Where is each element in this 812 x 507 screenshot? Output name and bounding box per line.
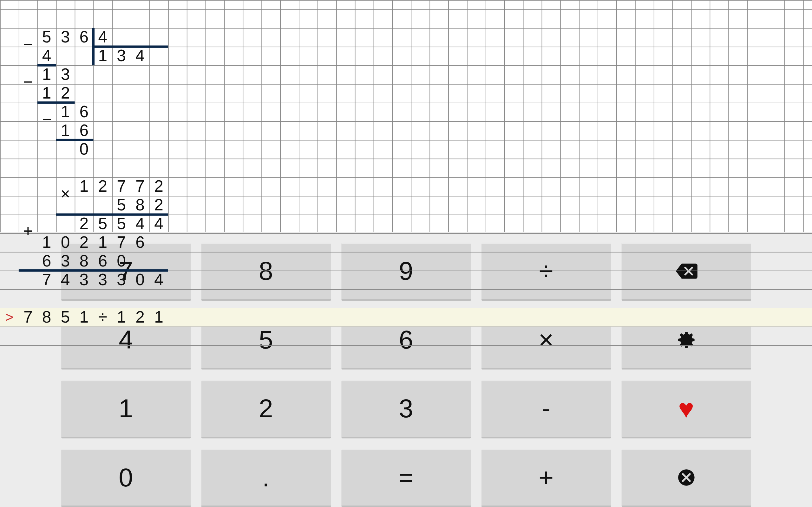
- division-remainder-digit: 0: [75, 140, 94, 159]
- input-char: 1: [75, 308, 94, 327]
- mult-result-digit: 0: [131, 271, 149, 289]
- division-step-digit: 1: [38, 65, 56, 84]
- division-step-digit: 3: [56, 65, 75, 84]
- division-step-digit: 4: [38, 47, 56, 65]
- input-char: 7: [19, 308, 38, 327]
- input-char: ÷: [93, 308, 112, 327]
- key-1[interactable]: 1: [61, 380, 191, 438]
- key-minus[interactable]: -: [481, 380, 611, 438]
- mult-operand2-digit: 5: [112, 196, 131, 215]
- input-prompt: >: [0, 308, 19, 327]
- division-quotient-digit: 4: [131, 47, 149, 65]
- input-char: 1: [112, 308, 131, 327]
- division-dividend-digit: 5: [38, 28, 56, 47]
- rule-horizontal: [93, 46, 168, 48]
- mult-operand1-digit: 2: [149, 177, 168, 196]
- key-dot[interactable]: .: [201, 449, 331, 507]
- division-dividend-digit: 3: [56, 28, 75, 47]
- key-3[interactable]: 3: [341, 380, 471, 438]
- input-char: 5: [56, 308, 75, 327]
- mult-partial-digit: 7: [112, 233, 131, 252]
- key-favorite[interactable]: ♥: [621, 380, 751, 438]
- plus-sign: +: [19, 222, 38, 241]
- mult-result-digit: 4: [56, 271, 75, 289]
- key-plus[interactable]: +: [481, 449, 611, 507]
- input-char: 8: [38, 308, 56, 327]
- minus-sign: −: [38, 110, 56, 129]
- mult-operand1-digit: 7: [131, 177, 149, 196]
- mult-operand1-digit: 1: [75, 177, 94, 196]
- mult-partial-digit: 5: [112, 215, 131, 233]
- mult-partial-digit: 1: [38, 233, 56, 252]
- division-dividend-digit: 6: [75, 28, 94, 47]
- mult-result-digit: 3: [93, 271, 112, 289]
- mult-result-digit: 7: [38, 271, 56, 289]
- division-divisor-digit: 4: [93, 28, 112, 47]
- mult-partial-digit: 2: [75, 215, 94, 233]
- mult-operand2-digit: 2: [149, 196, 168, 215]
- mult-partial-digit: 8: [75, 252, 94, 271]
- minus-sign: −: [19, 73, 38, 92]
- key-clear[interactable]: [621, 449, 751, 507]
- mult-operand1-digit: 7: [112, 177, 131, 196]
- mult-partial-digit: 4: [131, 215, 149, 233]
- input-char: 1: [149, 308, 168, 327]
- clear-icon: [676, 468, 696, 488]
- mult-partial-digit: 1: [93, 233, 112, 252]
- mult-partial-digit: 6: [93, 252, 112, 271]
- mult-partial-digit: 0: [56, 233, 75, 252]
- mult-partial-digit: 3: [56, 252, 75, 271]
- backspace-icon: [674, 262, 698, 280]
- heart-icon: ♥: [678, 393, 694, 424]
- input-char: 2: [131, 308, 149, 327]
- division-step-digit: 1: [38, 84, 56, 103]
- mult-operand2-digit: 8: [131, 196, 149, 215]
- key-9[interactable]: 9: [341, 242, 471, 301]
- division-quotient-digit: 3: [112, 47, 131, 65]
- mult-result-digit: 4: [149, 271, 168, 289]
- division-quotient-digit: 1: [93, 47, 112, 65]
- minus-sign: −: [19, 36, 38, 54]
- division-step-digit: 6: [75, 121, 94, 140]
- key-0[interactable]: 0: [61, 449, 191, 507]
- mult-result-digit: 3: [112, 271, 131, 289]
- division-step-digit: 1: [56, 121, 75, 140]
- mult-result-digit: 3: [75, 271, 94, 289]
- key-backspace[interactable]: [621, 242, 751, 301]
- division-step-digit: 6: [75, 103, 94, 121]
- division-step-digit: 2: [56, 84, 75, 103]
- mult-partial-digit: 6: [131, 233, 149, 252]
- mult-operand1-digit: 2: [93, 177, 112, 196]
- division-step-digit: 1: [56, 103, 75, 121]
- times-sign: ×: [56, 185, 75, 204]
- mult-partial-digit: 6: [38, 252, 56, 271]
- mult-partial-digit: 2: [75, 233, 94, 252]
- mult-partial-digit: 0: [112, 252, 131, 271]
- gear-icon: [676, 330, 697, 350]
- key-equals[interactable]: =: [341, 449, 471, 507]
- mult-partial-digit: 5: [93, 215, 112, 233]
- key-divide[interactable]: ÷: [481, 242, 611, 301]
- mult-partial-digit: 4: [149, 215, 168, 233]
- key-2[interactable]: 2: [201, 380, 331, 438]
- key-8[interactable]: 8: [201, 242, 331, 301]
- worksheet[interactable]: 5364134−413−1216−16012772×58225544+10217…: [0, 0, 812, 232]
